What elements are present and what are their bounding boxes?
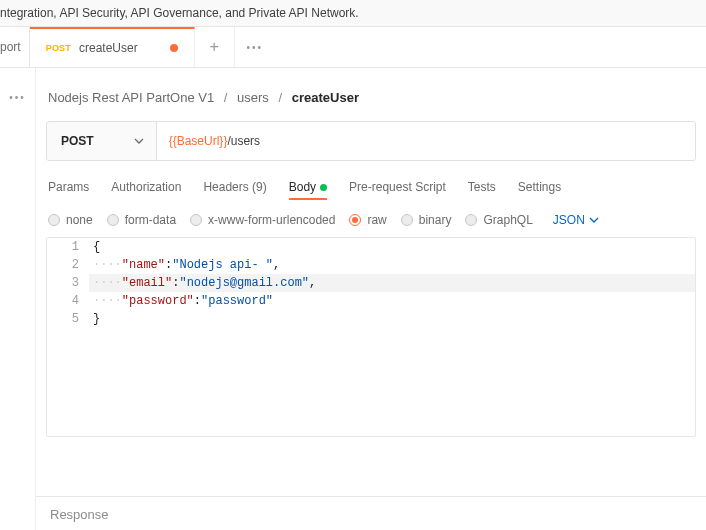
tab-body-label: Body [289,180,316,194]
chevron-down-icon [589,215,599,225]
request-url-bar: POST {{BaseUrl}}/users [46,121,696,161]
json-string: "nodejs@gmail.com" [179,276,309,290]
tab-create-user[interactable]: POST createUser [30,27,195,67]
radio-icon [107,214,119,226]
body-language-select[interactable]: JSON [553,213,599,227]
body-type-row: none form-data x-www-form-urlencoded raw… [46,207,696,237]
line-number: 2 [47,256,89,274]
body-language-label: JSON [553,213,585,227]
code-brace: } [93,312,100,326]
json-key: "name" [122,258,165,272]
tab-params[interactable]: Params [48,175,89,199]
indent-guide: ···· [93,258,122,272]
tab-method-badge: POST [46,43,71,53]
breadcrumb-folder[interactable]: users [237,90,269,105]
radio-binary[interactable]: binary [401,213,452,227]
breadcrumb-current: createUser [292,90,359,105]
breadcrumb-collection[interactable]: Nodejs Rest API PartOne V1 [48,90,214,105]
request-url-input[interactable]: {{BaseUrl}}/users [157,122,695,160]
radio-icon [48,214,60,226]
line-number: 4 [47,292,89,310]
tab-headers[interactable]: Headers (9) [203,175,266,199]
json-key: "email" [122,276,172,290]
unsaved-indicator-icon [170,44,178,52]
editor-line: 5 } [47,310,695,328]
radio-raw[interactable]: raw [349,213,386,227]
response-label: Response [50,507,109,522]
radio-graphql[interactable]: GraphQL [465,213,532,227]
kebab-icon [9,90,26,104]
breadcrumb-sep: / [279,90,283,105]
tab-title: createUser [79,41,138,55]
radio-label: form-data [125,213,176,227]
indent-guide: ···· [93,276,122,290]
tab-settings[interactable]: Settings [518,175,561,199]
tab-stub-left[interactable]: port [0,27,30,67]
radio-label: none [66,213,93,227]
kebab-icon [246,40,263,54]
editor-line: 2 ····"name":"Nodejs api- ", [47,256,695,274]
url-variable: {{BaseUrl}} [169,134,228,148]
http-method-label: POST [61,134,94,148]
request-main: Nodejs Rest API PartOne V1 / users / cre… [36,68,706,530]
chevron-down-icon [134,136,144,146]
plus-icon: + [210,38,219,56]
tab-prerequest[interactable]: Pre-request Script [349,175,446,199]
editor-line: 1 { [47,238,695,256]
code-brace: { [93,240,100,254]
line-number: 5 [47,310,89,328]
editor-line: 3 ····"email":"nodejs@gmail.com", [47,274,695,292]
json-key: "password" [122,294,194,308]
top-notice-bar: ntegration, API Security, API Governance… [0,0,706,27]
breadcrumb-sep: / [224,90,228,105]
radio-icon [401,214,413,226]
tab-overflow-button[interactable] [235,27,275,67]
tabs-strip: port POST createUser + [0,27,706,68]
url-rest: /users [227,134,260,148]
radio-label: GraphQL [483,213,532,227]
body-editor[interactable]: 1 { 2 ····"name":"Nodejs api- ", 3 ····"… [46,237,696,437]
radio-label: x-www-form-urlencoded [208,213,335,227]
radio-icon [465,214,477,226]
tab-stub-label: port [0,40,21,54]
left-pane-overflow[interactable] [0,68,36,530]
radio-label: binary [419,213,452,227]
http-method-select[interactable]: POST [47,122,157,160]
radio-icon [349,214,361,226]
editor-line: 4 ····"password":"password" [47,292,695,310]
top-notice-text: ntegration, API Security, API Governance… [0,6,359,20]
new-tab-button[interactable]: + [195,27,235,67]
line-number: 1 [47,238,89,256]
radio-form-data[interactable]: form-data [107,213,176,227]
line-number: 3 [47,274,89,292]
json-string: "Nodejs api- " [172,258,273,272]
radio-none[interactable]: none [48,213,93,227]
body-active-dot-icon [320,184,327,191]
json-string: "password" [201,294,273,308]
radio-xwww[interactable]: x-www-form-urlencoded [190,213,335,227]
request-sub-tabs: Params Authorization Headers (9) Body Pr… [46,161,696,207]
tab-authorization[interactable]: Authorization [111,175,181,199]
response-section-header[interactable]: Response [36,496,706,530]
breadcrumb: Nodejs Rest API PartOne V1 / users / cre… [46,86,696,121]
radio-icon [190,214,202,226]
tab-tests[interactable]: Tests [468,175,496,199]
radio-label: raw [367,213,386,227]
tab-body[interactable]: Body [289,175,327,199]
indent-guide: ···· [93,294,122,308]
